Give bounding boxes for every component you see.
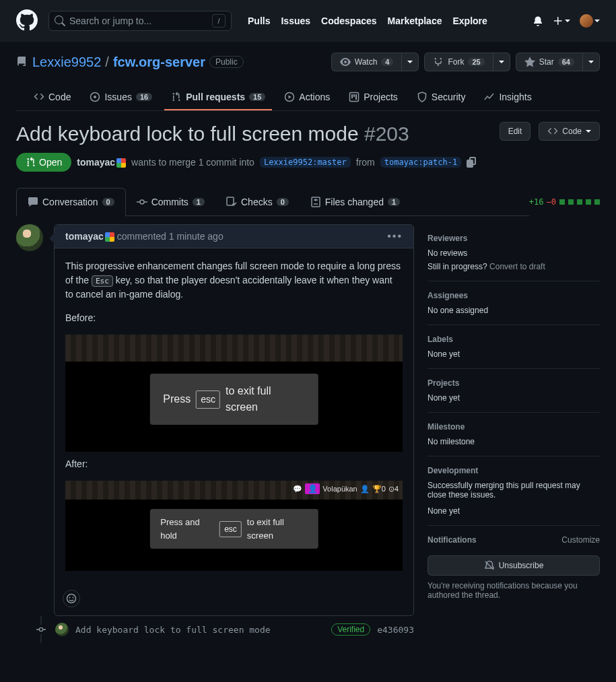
commit-message[interactable]: Add keyboard lock to full screen mode xyxy=(75,625,324,635)
repo-name-link[interactable]: fcw.org-server xyxy=(113,55,205,70)
commit-sha[interactable]: e436093 xyxy=(377,625,414,635)
visibility-badge: Public xyxy=(209,56,244,68)
svg-point-12 xyxy=(73,597,74,599)
org-badge-icon xyxy=(105,232,114,242)
sidebar-projects[interactable]: Projects None yet xyxy=(427,369,600,413)
star-dropdown[interactable] xyxy=(583,53,600,71)
add-reaction-button[interactable] xyxy=(63,590,80,607)
tab-actions[interactable]: Actions xyxy=(277,85,337,110)
subtab-commits[interactable]: Commits1 xyxy=(126,188,215,215)
game-hud: 💬 👤 Volapükan 👤 🏆0 ⊙4 xyxy=(293,483,399,495)
org-badge-icon xyxy=(116,158,126,168)
comment-paragraph: This progressive enhancement changes ful… xyxy=(65,259,403,302)
eye-icon xyxy=(340,57,351,67)
convert-to-draft-link[interactable]: Convert to draft xyxy=(489,262,545,271)
before-screenshot[interactable]: Press esc to exit full screen xyxy=(65,335,403,452)
pr-icon xyxy=(26,157,36,168)
smiley-icon xyxy=(66,593,77,604)
pr-author[interactable]: tomayac xyxy=(77,157,126,168)
watch-button[interactable]: Watch 4 xyxy=(331,53,403,71)
tab-code[interactable]: Code xyxy=(27,85,77,110)
fork-button[interactable]: Fork 25 xyxy=(424,53,493,71)
nav-explore[interactable]: Explore xyxy=(452,15,487,26)
tab-pull-requests[interactable]: Pull requests15 xyxy=(164,85,272,110)
svg-point-7 xyxy=(140,200,144,204)
bell-slash-icon xyxy=(484,560,495,571)
before-label: Before: xyxy=(65,311,403,325)
notification-reason: You're receiving notifications because y… xyxy=(427,581,600,600)
merge-info-1: wants to merge 1 commit into xyxy=(131,157,254,168)
commit-row[interactable]: Add keyboard lock to full screen mode Ve… xyxy=(16,616,414,643)
subtab-checks[interactable]: Checks0 xyxy=(215,188,300,215)
comment-time: commented 1 minute ago xyxy=(117,231,224,242)
search-input[interactable]: Search or jump to... / xyxy=(48,11,232,31)
code-dropdown-button[interactable]: Code xyxy=(539,122,600,141)
chat-bubble-icon: 💬 xyxy=(293,483,302,495)
github-logo-icon[interactable] xyxy=(16,9,38,33)
customize-link[interactable]: Customize xyxy=(561,535,600,550)
comment-menu-icon[interactable]: ••• xyxy=(387,230,403,242)
base-branch[interactable]: Lexxie9952:master xyxy=(260,157,351,168)
edit-button[interactable]: Edit xyxy=(500,122,531,141)
fork-dropdown[interactable] xyxy=(493,53,510,71)
repo-icon xyxy=(16,57,27,67)
tab-insights[interactable]: Insights xyxy=(477,85,538,110)
sidebar-notifications: Notifications Customize Unsubscribe You'… xyxy=(427,526,600,609)
nav-marketplace[interactable]: Marketplace xyxy=(388,15,442,26)
fork-icon xyxy=(433,57,444,67)
sidebar-milestone[interactable]: Milestone No milestone xyxy=(427,413,600,456)
create-new-icon[interactable] xyxy=(553,15,570,26)
tab-security[interactable]: Security xyxy=(410,85,473,110)
svg-point-10 xyxy=(67,594,76,603)
svg-point-13 xyxy=(39,627,42,631)
unsubscribe-button[interactable]: Unsubscribe xyxy=(427,555,600,576)
after-label: After: xyxy=(65,457,403,471)
watch-dropdown[interactable] xyxy=(402,53,419,71)
svg-rect-5 xyxy=(353,94,355,97)
comment-icon xyxy=(28,197,38,207)
comment-avatar[interactable] xyxy=(16,224,43,251)
slash-key-icon: / xyxy=(212,14,226,28)
svg-point-1 xyxy=(94,96,96,98)
merge-info-2: from xyxy=(356,157,375,168)
tab-issues[interactable]: Issues16 xyxy=(83,85,159,110)
nav-pulls[interactable]: Pulls xyxy=(248,15,270,26)
commit-avatar xyxy=(55,623,69,636)
verified-badge[interactable]: Verified xyxy=(331,623,370,636)
sidebar-development[interactable]: Development Successfully merging this pu… xyxy=(427,456,600,526)
after-screenshot[interactable]: 💬 👤 Volapükan 👤 🏆0 ⊙4 Press and hold esc xyxy=(65,481,403,571)
sidebar-assignees[interactable]: Assignees No one assigned xyxy=(427,281,600,325)
flag-icon: 👤 xyxy=(305,483,320,494)
sidebar-reviewers[interactable]: Reviewers No reviews Still in progress? … xyxy=(427,224,600,281)
user-menu[interactable] xyxy=(580,14,600,28)
tab-projects[interactable]: Projects xyxy=(342,85,405,110)
subtab-files[interactable]: Files changed1 xyxy=(300,188,411,215)
user-avatar-icon xyxy=(580,14,593,28)
commit-icon xyxy=(137,197,147,207)
commit-dot-icon xyxy=(36,625,46,634)
svg-rect-4 xyxy=(351,94,353,98)
copy-icon[interactable] xyxy=(467,157,477,168)
comment-author[interactable]: tomayac xyxy=(65,231,114,242)
search-placeholder: Search or jump to... xyxy=(69,15,151,26)
subtab-conversation[interactable]: Conversation0 xyxy=(16,188,126,216)
diffstat: +16 −0 xyxy=(529,197,600,207)
code-icon xyxy=(547,126,558,137)
nav-issues[interactable]: Issues xyxy=(281,15,310,26)
path-separator: / xyxy=(105,55,109,70)
file-diff-icon xyxy=(310,197,321,207)
pr-state-badge: Open xyxy=(16,153,71,172)
nav-codespaces[interactable]: Codespaces xyxy=(321,15,376,26)
svg-rect-6 xyxy=(355,94,357,100)
star-button[interactable]: Star 64 xyxy=(516,53,583,71)
comment-container: tomayac commented 1 minute ago ••• This … xyxy=(54,224,414,616)
repo-owner-link[interactable]: Lexxie9952 xyxy=(32,55,101,70)
head-branch[interactable]: tomayac:patch-1 xyxy=(380,157,461,168)
star-icon xyxy=(524,57,535,67)
notifications-icon[interactable] xyxy=(533,15,543,26)
checklist-icon xyxy=(226,197,237,207)
pr-title: Add keyboard lock to full screen mode #2… xyxy=(16,122,491,146)
svg-point-11 xyxy=(69,597,71,599)
search-icon xyxy=(55,15,65,26)
sidebar-labels[interactable]: Labels None yet xyxy=(427,325,600,369)
